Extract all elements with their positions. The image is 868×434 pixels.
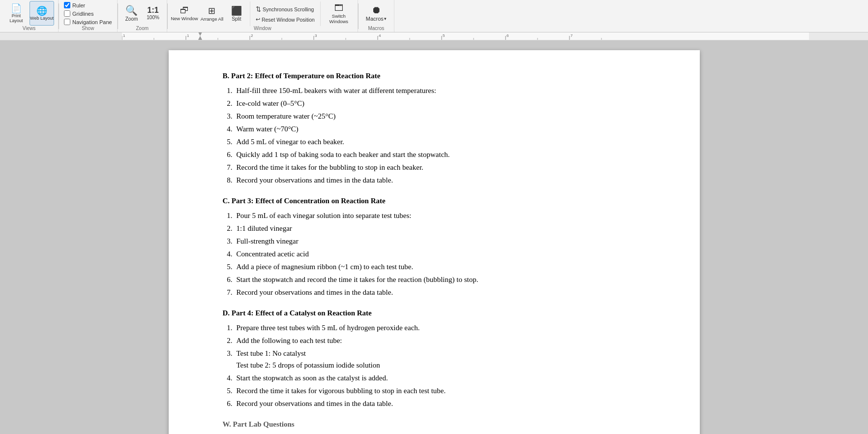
svg-marker-24 xyxy=(198,32,202,36)
macros-label: Macros xyxy=(366,16,384,22)
list-item: 2. Add the following to each test tube: xyxy=(223,335,660,346)
arrange-all-button[interactable]: ⊞ Arrange All xyxy=(199,1,225,26)
synchronous-scrolling-button[interactable]: ⇅ Synchronous Scrolling xyxy=(254,4,317,14)
gridlines-checkbox[interactable] xyxy=(64,10,70,17)
navigation-pane-checkbox[interactable] xyxy=(64,19,70,25)
ruler: 1 1 2 3 4 5 6 7 xyxy=(0,32,868,40)
section-c-heading: C. Part 3: Effect of Concentration on Re… xyxy=(223,195,660,207)
list-item: 1. Half-fill three 150-mL beakers with w… xyxy=(223,85,660,96)
views-group: 📄 Print Layout 🌐 Web Layout Views xyxy=(0,0,59,32)
list-item: 8. Record your observations and times in… xyxy=(223,174,660,186)
list-item: 6. Start the stopwatch and record the ti… xyxy=(223,274,660,285)
web-layout-icon: 🌐 xyxy=(36,5,47,16)
list-item: 6. Record your observations and times in… xyxy=(223,398,660,409)
list-item: 5. Record the time it takes for vigorous… xyxy=(223,385,660,397)
sync-scroll-icon: ⇅ xyxy=(256,5,261,13)
zoom-100-button[interactable]: 1:1 100% xyxy=(143,0,163,26)
new-window-icon: 🗗 xyxy=(180,5,189,16)
section-c: C. Part 3: Effect of Concentration on Re… xyxy=(223,195,660,298)
document-content: B. Part 2: Effect of Temperature on Reac… xyxy=(223,70,660,430)
arrange-all-icon: ⊞ xyxy=(208,5,215,16)
list-item: 4. Concentrated acetic acid xyxy=(223,248,660,260)
web-layout-btn[interactable]: 🌐 Web Layout xyxy=(30,1,54,26)
reset-pos-icon: ↩ xyxy=(256,16,260,23)
divider-window xyxy=(250,1,250,26)
split-icon: ⬛ xyxy=(231,5,242,16)
svg-text:4: 4 xyxy=(379,33,381,38)
reset-window-position-button[interactable]: ↩ Reset Window Position xyxy=(254,15,317,24)
new-window-button[interactable]: 🗗 New Window xyxy=(172,1,197,26)
print-layout-label: Print Layout xyxy=(4,14,28,24)
switch-windows-label: Switch Windows xyxy=(325,13,353,25)
list-item: 5. Add 5 mL of vinegar to each beaker. xyxy=(223,136,660,148)
section-c-list: 1. Pour 5 mL of each vinegar solution in… xyxy=(223,210,660,298)
show-group: Ruler Gridlines Navigation Pane Show xyxy=(59,0,118,32)
list-item: 3. Full-strength vinegar xyxy=(223,235,660,247)
document-page: B. Part 2: Effect of Temperature on Reac… xyxy=(169,50,700,434)
web-layout-label: Web Layout xyxy=(30,16,54,21)
section-d-heading: D. Part 4: Effect of a Catalyst on React… xyxy=(223,307,660,319)
window-group-label: Window xyxy=(168,26,358,31)
switch-windows-icon: 🗔 xyxy=(334,3,343,13)
window-group: 🗗 New Window ⊞ Arrange All ⬛ Split ⇅ Syn… xyxy=(168,0,358,32)
svg-text:1: 1 xyxy=(123,33,125,38)
svg-text:7: 7 xyxy=(570,33,573,38)
show-group-label: Show xyxy=(59,26,117,31)
list-item: 7. Record your observations and times in… xyxy=(223,286,660,298)
list-item: 2. Ice-cold water (0–5°C) xyxy=(223,97,660,109)
section-w-heading: W. Part Lab Questions xyxy=(223,418,660,430)
svg-text:5: 5 xyxy=(443,33,445,38)
zoom-button[interactable]: 🔍 Zoom xyxy=(122,0,142,26)
print-layout-icon: 📄 xyxy=(11,3,22,14)
zoom-icon: 🔍 xyxy=(125,4,138,16)
gridlines-checkbox-label[interactable]: Gridlines xyxy=(63,10,94,17)
split-button[interactable]: ⬛ Split xyxy=(227,1,246,26)
zoom-group-label: Zoom xyxy=(118,26,167,31)
print-layout-btn[interactable]: 📄 Print Layout xyxy=(4,1,29,26)
section-b: B. Part 2: Effect of Temperature on Reac… xyxy=(223,70,660,186)
ribbon: 📄 Print Layout 🌐 Web Layout Views Ruler … xyxy=(0,0,868,32)
list-item: 5. Add a piece of magnesium ribbon (~1 c… xyxy=(223,261,660,273)
navigation-pane-checkbox-label[interactable]: Navigation Pane xyxy=(63,18,113,26)
macros-group-label: Macros xyxy=(359,26,394,31)
ruler-checkbox[interactable] xyxy=(64,2,70,8)
ruler-checkbox-label[interactable]: Ruler xyxy=(63,1,86,9)
svg-text:1: 1 xyxy=(187,33,189,38)
svg-text:2: 2 xyxy=(251,33,253,38)
svg-text:6: 6 xyxy=(507,33,509,38)
section-d-list: 1. Prepare three test tubes with 5 mL of… xyxy=(223,322,660,409)
page-area: B. Part 2: Effect of Temperature on Reac… xyxy=(0,40,868,434)
divider-window2 xyxy=(320,1,321,26)
views-group-label: Views xyxy=(0,26,58,31)
svg-marker-25 xyxy=(198,36,202,40)
zoom-group: 🔍 Zoom 1:1 100% Zoom xyxy=(118,0,167,32)
switch-windows-button[interactable]: 🗔 Switch Windows xyxy=(324,1,354,26)
macros-button[interactable]: ⏺ Macros ▾ xyxy=(362,1,390,25)
section-b-heading: B. Part 2: Effect of Temperature on Reac… xyxy=(223,70,660,82)
list-item: 1. Pour 5 mL of each vinegar solution in… xyxy=(223,210,660,221)
list-item: 3. Room temperature water (~25°C) xyxy=(223,110,660,122)
zoom-100-icon: 1:1 xyxy=(148,6,159,15)
list-item: 4. Start the stopwatch as soon as the ca… xyxy=(223,372,660,384)
list-item: 7. Record the time it takes for the bubb… xyxy=(223,161,660,173)
section-b-list: 1. Half-fill three 150-mL beakers with w… xyxy=(223,85,660,186)
macros-icon: ⏺ xyxy=(371,4,381,16)
list-item: 6. Quickly add 1 tsp of baking soda to e… xyxy=(223,149,660,160)
list-item: 2. 1:1 diluted vinegar xyxy=(223,222,660,234)
macros-group: ⏺ Macros ▾ Macros xyxy=(359,0,394,32)
list-item: 1. Prepare three test tubes with 5 mL of… xyxy=(223,322,660,334)
list-item: 4. Warm water (~70°C) xyxy=(223,123,660,135)
macros-dropdown-icon: ▾ xyxy=(384,16,387,21)
svg-text:3: 3 xyxy=(315,33,317,38)
list-item: 3. Test tube 1: No catalyst Test tube 2:… xyxy=(223,347,660,371)
section-d: D. Part 4: Effect of a Catalyst on React… xyxy=(223,307,660,409)
